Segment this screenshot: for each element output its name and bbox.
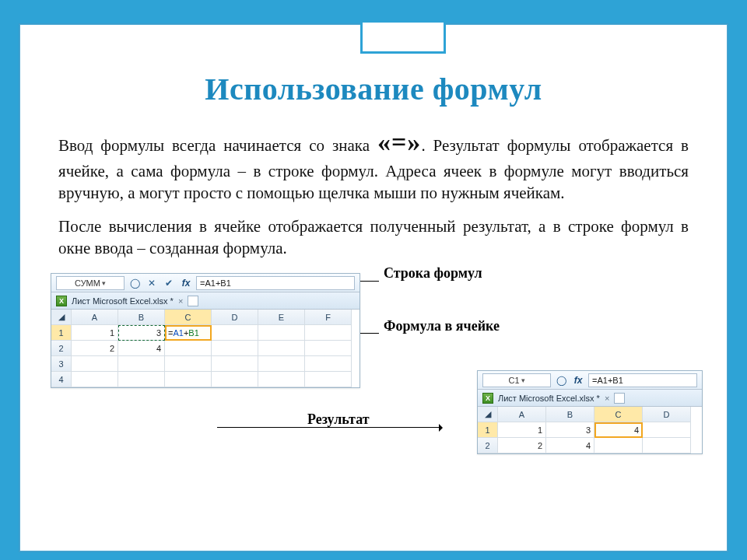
excel1-formula-bar: СУММ ▾ ◯ ✕ ✔ fx =A1+B1 [51, 274, 359, 292]
cell-b1: 3 [546, 422, 594, 438]
row-header: 4 [51, 372, 72, 387]
document-icon [614, 393, 625, 404]
row-header: 1 [478, 422, 498, 438]
cell [258, 341, 305, 356]
cell-c1-result: 4 [594, 422, 643, 438]
excel2-name-box: C1 ▾ [482, 373, 551, 387]
cell [305, 341, 352, 356]
cell-a1: 1 [72, 325, 118, 341]
row-header: 3 [51, 356, 72, 372]
col-header: A [72, 310, 118, 325]
cell [212, 341, 258, 356]
cell [165, 341, 212, 356]
equals-sign-emphasis: «=» [377, 128, 421, 156]
excel1-document-tab: X Лист Microsoft Excel.xlsx * × [51, 292, 359, 310]
col-header: B [118, 310, 165, 325]
excel-screenshot-editing: СУММ ▾ ◯ ✕ ✔ fx =A1+B1 X Лист Microsoft … [51, 273, 360, 388]
label-cell-formula: Формула в ячейке [384, 318, 500, 334]
label-formula-bar: Строка формул [384, 265, 482, 282]
cell-a1: 1 [498, 422, 546, 438]
col-header: B [546, 407, 594, 422]
arrow-to-result [217, 427, 439, 428]
excel2-formula-input: =A1+B1 [588, 373, 697, 387]
paragraph-2: После вычисления в ячейке отображается п… [58, 215, 689, 260]
cell [305, 325, 352, 341]
excel2-grid: ◢ A B C D 1 1 3 4 2 2 4 [478, 407, 702, 453]
fx-icon: fx [571, 373, 585, 387]
col-header: F [305, 310, 352, 325]
fx-icon: fx [179, 276, 193, 290]
excel1-grid: ◢ A B C D E F 1 1 3 =A1+B1 2 2 4 [51, 310, 359, 387]
cell [643, 422, 691, 438]
cell [258, 325, 305, 341]
excel2-document-tab: X Лист Microsoft Excel.xlsx * × [478, 390, 702, 407]
corner-cell: ◢ [51, 310, 72, 325]
excel1-name-box-value: СУММ [75, 278, 100, 288]
excel1-name-box: СУММ ▾ [56, 276, 124, 290]
cell-a2: 2 [498, 438, 546, 453]
excel1-tab-title: Лист Microsoft Excel.xlsx * [72, 296, 174, 306]
cell [643, 438, 691, 453]
cell-b1: 3 [118, 325, 165, 341]
label-result: Результат [307, 411, 370, 428]
row-header: 2 [478, 438, 498, 453]
cell-b2: 4 [118, 341, 165, 356]
col-header: C [165, 310, 212, 325]
close-icon: × [605, 394, 609, 403]
cell-b2: 4 [546, 438, 594, 453]
excel-file-icon: X [482, 393, 493, 404]
close-icon: × [178, 296, 183, 306]
dropdown-icon: ▾ [102, 279, 106, 287]
col-header: D [643, 407, 691, 422]
document-icon [188, 296, 198, 306]
dropdown-icon: ▾ [521, 376, 525, 384]
para1-lead: Ввод формулы всегда начинается со знака [58, 136, 377, 155]
illustration-area: Строка формул Формула в ячейке Результат… [58, 265, 689, 467]
slide-title: Использование формул [58, 71, 689, 107]
confirm-icon: ✔ [162, 276, 176, 290]
corner-cell: ◢ [478, 407, 498, 422]
cancel-icon: ✕ [145, 276, 159, 290]
cell [594, 438, 643, 453]
excel2-name-box-value: C1 [508, 376, 519, 385]
excel-screenshot-result: C1 ▾ ◯ fx =A1+B1 X Лист Microsoft Excel.… [477, 370, 703, 454]
col-header: E [258, 310, 305, 325]
col-header: A [498, 407, 546, 422]
cell-a2: 2 [72, 341, 118, 356]
row-header: 2 [51, 341, 72, 356]
excel-file-icon: X [56, 296, 67, 306]
col-header: C [594, 407, 643, 422]
paragraph-1: Ввод формулы всегда начинается со знака … [58, 124, 689, 205]
circle-icon: ◯ [128, 276, 142, 290]
excel2-tab-title: Лист Microsoft Excel.xlsx * [498, 394, 600, 403]
excel1-formula-input: =A1+B1 [196, 276, 355, 290]
excel2-formula-bar: C1 ▾ ◯ fx =A1+B1 [478, 371, 702, 390]
slide-page: Использование формул Ввод формулы всегда… [19, 23, 728, 552]
cell [212, 325, 258, 341]
row-header: 1 [51, 325, 72, 341]
top-tab-decoration [360, 23, 446, 54]
circle-icon: ◯ [554, 373, 568, 387]
col-header: D [212, 310, 258, 325]
cell-c1-editing: =A1+B1 [165, 325, 212, 341]
